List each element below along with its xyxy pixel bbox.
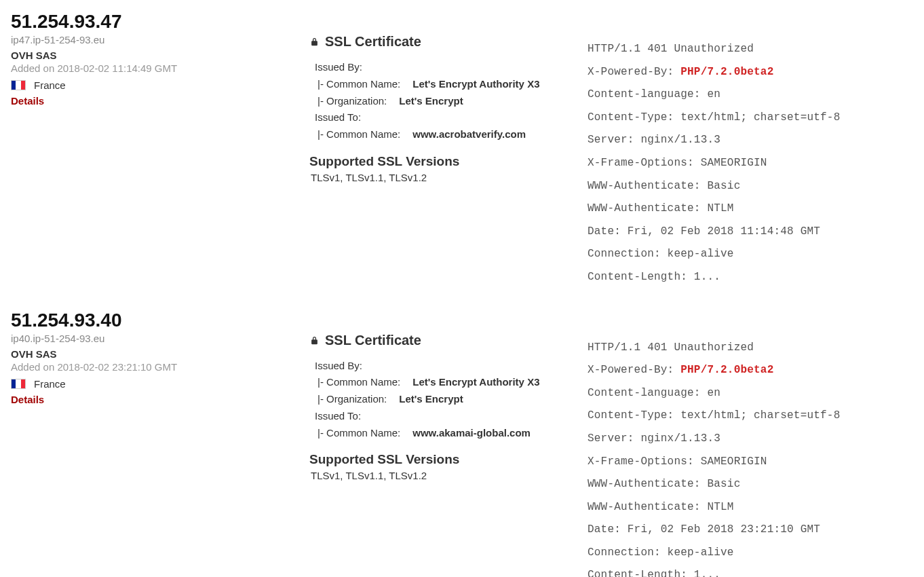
ssl-versions: TLSv1, TLSv1.1, TLSv1.2 [309,172,567,183]
lock-icon [309,335,320,346]
issued-to-cn: |- Common Name: www.akamai-global.com [315,425,567,442]
flag-france-icon [11,80,26,90]
ssl-heading-text: SSL Certificate [325,333,421,348]
issued-by-org: |- Organization: Let's Encrypt [315,391,567,408]
issued-by-cn-label: |- Common Name: [317,374,400,391]
http-headers-column: HTTP/1.1 401 Unauthorized X-Powered-By: … [588,310,913,577]
ssl-column: SSL Certificate Issued By: |- Common Nam… [309,310,581,577]
ssl-heading-text: SSL Certificate [325,34,421,50]
result-row: 51.254.93.40 ip40.ip-51-254-93.eu OVH SA… [11,310,913,577]
http-headers: HTTP/1.1 401 Unauthorized X-Powered-By: … [588,11,913,289]
http-headers-column: HTTP/1.1 401 Unauthorized X-Powered-By: … [588,11,913,289]
issued-to-cn-value: www.acrobatverify.com [412,126,526,143]
issued-by-org-label: |- Organization: [317,93,387,110]
ssl-heading: SSL Certificate [309,333,567,348]
added-timestamp: Added on 2018-02-02 23:21:10 GMT [11,361,289,373]
issued-by-cn-value: Let's Encrypt Authority X3 [412,374,539,391]
ssl-versions-heading: Supported SSL Versions [309,154,567,169]
country-name: France [34,79,66,91]
issued-to-cn: |- Common Name: www.acrobatverify.com [315,126,567,143]
http-headers-rest: Content-language: en Content-Type: text/… [588,387,840,577]
x-powered-by-value: PHP/7.2.0beta2 [680,364,773,376]
http-status: HTTP/1.1 401 Unauthorized [588,341,754,354]
ip-address: 51.254.93.40 [11,310,289,331]
issued-by-org-value: Let's Encrypt [399,93,463,110]
details-link[interactable]: Details [11,95,44,107]
issued-by-cn: |- Common Name: Let's Encrypt Authority … [315,76,567,93]
country-name: France [34,378,66,390]
issued-by-org-value: Let's Encrypt [399,391,463,408]
ip-address: 51.254.93.47 [11,11,289,33]
issued-to-cn-value: www.akamai-global.com [412,425,531,442]
issued-to-cn-label: |- Common Name: [317,126,400,143]
country-row: France [11,79,289,91]
country-row: France [11,378,289,390]
ssl-column: SSL Certificate Issued By: |- Common Nam… [309,11,581,289]
x-powered-by-value: PHP/7.2.0beta2 [680,66,773,78]
ssl-versions: TLSv1, TLSv1.1, TLSv1.2 [309,470,567,481]
lock-icon [309,37,320,47]
http-headers-rest: Content-language: en Content-Type: text/… [588,88,840,283]
hostname: ip47.ip-51-254-93.eu [11,34,289,45]
ssl-body: Issued By: |- Common Name: Let's Encrypt… [309,354,567,446]
ssl-body: Issued By: |- Common Name: Let's Encrypt… [309,55,567,147]
issued-by-cn-label: |- Common Name: [317,76,400,93]
ssl-heading: SSL Certificate [309,34,567,50]
issued-to-label: Issued To: [315,408,567,425]
details-link[interactable]: Details [11,394,44,405]
x-powered-by-label: X-Powered-By: [588,364,680,376]
issued-to-cn-label: |- Common Name: [317,425,400,442]
issued-by-label: Issued By: [315,358,567,375]
result-row: 51.254.93.47 ip47.ip-51-254-93.eu OVH SA… [11,11,913,289]
x-powered-by-label: X-Powered-By: [588,66,680,78]
added-timestamp: Added on 2018-02-02 11:14:49 GMT [11,62,289,74]
organization: OVH SAS [11,348,289,360]
issued-by-org-label: |- Organization: [317,391,387,408]
issued-by-label: Issued By: [315,59,567,76]
http-headers: HTTP/1.1 401 Unauthorized X-Powered-By: … [588,310,913,577]
issued-by-cn: |- Common Name: Let's Encrypt Authority … [315,374,567,391]
result-summary: 51.254.93.40 ip40.ip-51-254-93.eu OVH SA… [11,310,303,577]
issued-by-cn-value: Let's Encrypt Authority X3 [412,76,539,93]
flag-france-icon [11,379,26,389]
ssl-versions-heading: Supported SSL Versions [309,452,567,467]
hostname: ip40.ip-51-254-93.eu [11,333,289,344]
result-summary: 51.254.93.47 ip47.ip-51-254-93.eu OVH SA… [11,11,303,289]
issued-to-label: Issued To: [315,109,567,126]
issued-by-org: |- Organization: Let's Encrypt [315,93,567,110]
http-status: HTTP/1.1 401 Unauthorized [588,43,754,55]
organization: OVH SAS [11,50,289,61]
